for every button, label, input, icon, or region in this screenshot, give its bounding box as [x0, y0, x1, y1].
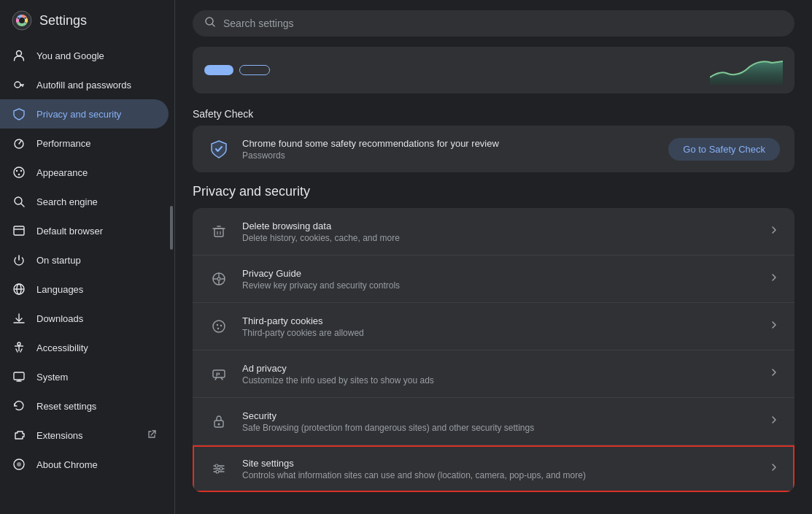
sidebar-item-accessibility[interactable]: Accessibility — [0, 333, 169, 362]
settings-row-third-party-cookies[interactable]: Third-party cookiesThird-party cookies a… — [193, 303, 794, 350]
svg-point-12 — [18, 174, 20, 175]
sidebar-scroll-indicator — [170, 206, 173, 250]
sidebar-item-label: Appearance — [36, 167, 88, 178]
top-card — [193, 47, 794, 93]
lock-icon — [207, 410, 231, 433]
sidebar-item-privacy-security[interactable]: Privacy and security — [0, 99, 169, 128]
safety-check-card: Chrome found some safety recommendations… — [193, 126, 794, 172]
row-text-privacy-guide: Privacy GuideReview key privacy and secu… — [242, 268, 757, 291]
chevron-right-icon — [768, 224, 780, 239]
row-text-ad-privacy: Ad privacyCustomize the info used by sit… — [242, 363, 757, 386]
sidebar-item-you-and-google[interactable]: You and Google — [0, 41, 169, 70]
settings-row-delete-browsing[interactable]: Delete browsing dataDelete history, cook… — [193, 208, 794, 256]
chrome-logo-icon — [12, 10, 32, 31]
row-text-third-party-cookies: Third-party cookiesThird-party cookies a… — [242, 315, 757, 338]
svg-point-48 — [218, 423, 220, 426]
chevron-right-icon — [768, 272, 780, 286]
row-title-delete-browsing: Delete browsing data — [242, 220, 757, 231]
language-icon — [12, 282, 26, 296]
sidebar-title: Settings — [39, 13, 87, 28]
safety-check-section-title: Safety Check — [193, 105, 794, 120]
svg-rect-31 — [214, 229, 223, 237]
search-input[interactable] — [223, 18, 783, 29]
top-card-buttons — [204, 65, 270, 75]
trash-icon — [207, 220, 231, 243]
settings-row-security[interactable]: SecuritySafe Browsing (protection from d… — [193, 398, 794, 445]
privacy-icon — [207, 267, 231, 291]
sidebar-item-label: Extensions — [36, 430, 83, 441]
svg-point-4 — [15, 82, 20, 88]
shield-icon — [12, 107, 26, 121]
chrome-icon — [12, 457, 26, 472]
svg-point-3 — [17, 51, 22, 56]
extension-icon — [12, 428, 26, 442]
row-subtitle-third-party-cookies: Third-party cookies are allowed — [242, 328, 757, 338]
sliders-icon — [207, 457, 231, 480]
svg-line-30 — [212, 24, 215, 27]
sidebar-item-default-browser[interactable]: Default browser — [0, 216, 169, 245]
safety-shield-icon — [207, 137, 231, 161]
row-text-site-settings: Site settingsControls what information s… — [242, 458, 757, 480]
sidebar-item-extensions[interactable]: Extensions — [0, 421, 169, 450]
key-icon — [12, 77, 26, 92]
row-title-ad-privacy: Ad privacy — [242, 363, 757, 374]
go-to-safety-check-button[interactable]: Go to Safety Check — [668, 138, 780, 161]
settings-row-privacy-guide[interactable]: Privacy GuideReview key privacy and secu… — [193, 256, 794, 303]
svg-line-26 — [151, 431, 155, 435]
download-icon — [12, 311, 26, 326]
speed-icon — [12, 136, 26, 150]
svg-point-13 — [15, 197, 22, 204]
sidebar-item-downloads[interactable]: Downloads — [0, 304, 169, 333]
search-bar[interactable] — [193, 10, 794, 37]
external-link-icon — [147, 429, 157, 442]
reset-icon — [12, 399, 26, 413]
sidebar-item-performance[interactable]: Performance — [0, 128, 169, 158]
window-icon — [12, 223, 26, 238]
row-title-third-party-cookies: Third-party cookies — [242, 315, 757, 326]
sidebar: Settings You and GoogleAutofill and pass… — [0, 0, 175, 514]
settings-row-ad-privacy[interactable]: Ad privacyCustomize the info used by sit… — [193, 350, 794, 398]
sidebar-item-label: Search engine — [36, 196, 98, 207]
sidebar-header: Settings — [0, 0, 174, 41]
svg-point-43 — [217, 324, 218, 326]
sidebar-item-label: Languages — [36, 284, 83, 295]
chevron-right-icon — [768, 414, 780, 429]
sidebar-item-appearance[interactable]: Appearance — [0, 158, 169, 187]
row-subtitle-ad-privacy: Customize the info used by sites to show… — [242, 375, 757, 386]
svg-rect-23 — [14, 372, 24, 380]
svg-rect-15 — [14, 226, 24, 235]
svg-point-54 — [216, 470, 219, 473]
sidebar-item-label: Default browser — [36, 226, 103, 237]
privacy-settings-card: Delete browsing dataDelete history, cook… — [193, 208, 794, 492]
sidebar-nav: You and GoogleAutofill and passwordsPriv… — [0, 41, 174, 479]
sidebar-item-label: You and Google — [36, 50, 104, 61]
sidebar-item-languages[interactable]: Languages — [0, 275, 169, 304]
sidebar-item-about-chrome[interactable]: About Chrome — [0, 450, 169, 479]
sync-button[interactable] — [204, 65, 233, 75]
row-text-security: SecuritySafe Browsing (protection from d… — [242, 410, 757, 433]
row-title-security: Security — [242, 410, 757, 421]
sidebar-item-autofill[interactable]: Autofill and passwords — [0, 70, 169, 99]
sidebar-item-search-engine[interactable]: Search engine — [0, 187, 169, 216]
svg-point-53 — [220, 467, 223, 470]
search-icon — [204, 16, 216, 31]
sidebar-item-on-startup[interactable]: On startup — [0, 245, 169, 275]
settings-row-site-settings[interactable]: Site settingsControls what information s… — [193, 445, 794, 492]
svg-line-14 — [21, 204, 24, 207]
ad-icon — [207, 362, 231, 386]
safety-check-row[interactable]: Chrome found some safety recommendations… — [193, 126, 794, 172]
svg-point-52 — [215, 464, 218, 467]
sidebar-item-label: Downloads — [36, 313, 83, 324]
palette-icon — [12, 165, 26, 180]
svg-point-42 — [213, 321, 225, 332]
sidebar-item-system[interactable]: System — [0, 362, 169, 391]
row-text-delete-browsing: Delete browsing dataDelete history, cook… — [242, 220, 757, 243]
sidebar-item-label: Performance — [36, 138, 90, 149]
accessibility-icon — [12, 340, 26, 355]
customize-button[interactable] — [239, 65, 270, 75]
sidebar-item-label: Reset settings — [36, 401, 96, 412]
row-subtitle-security: Safe Browsing (protection from dangerous… — [242, 423, 757, 433]
row-subtitle-delete-browsing: Delete history, cookies, cache, and more — [242, 233, 757, 243]
sidebar-item-reset-settings[interactable]: Reset settings — [0, 391, 169, 421]
row-title-site-settings: Site settings — [242, 458, 757, 469]
